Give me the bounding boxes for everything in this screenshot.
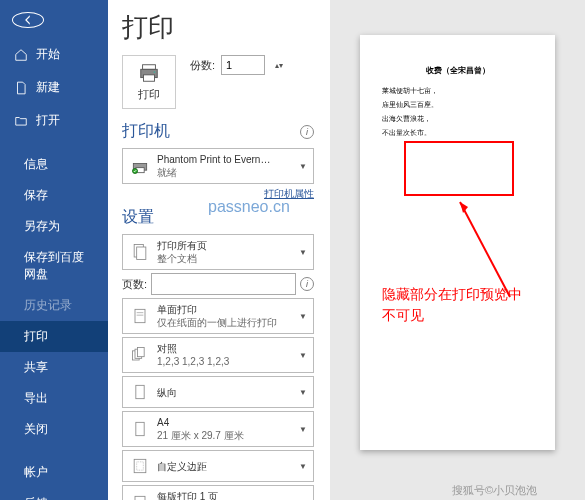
svg-rect-9: [135, 309, 145, 322]
preview-page: 收费（全宋昌曾） 莱城便胡十七亩， 庙里仙风三百座。 出海欠曹浪花， 不出量次长…: [360, 35, 555, 450]
svg-line-20: [460, 202, 510, 297]
svg-rect-15: [136, 385, 144, 398]
chevron-down-icon: ▼: [299, 351, 307, 360]
copies-label: 份数:: [190, 58, 215, 73]
annotation-box: [404, 141, 514, 196]
printer-icon: [138, 62, 160, 84]
chevron-down-icon: ▼: [299, 425, 307, 434]
print-button[interactable]: 打印: [122, 55, 176, 109]
nav-new[interactable]: 新建: [0, 71, 108, 104]
file-icon: [14, 81, 28, 95]
chevron-down-icon: ▼: [299, 462, 307, 471]
svg-rect-14: [138, 348, 145, 357]
collate-icon: [129, 344, 151, 366]
chevron-down-icon: ▼: [299, 162, 307, 171]
nav-share[interactable]: 共享: [0, 352, 108, 383]
svg-marker-21: [460, 202, 468, 213]
nav-new-label: 新建: [36, 79, 60, 96]
single-side-icon: [129, 305, 151, 327]
copies-input[interactable]: [221, 55, 265, 75]
source-credit: 搜狐号©小贝泡泡: [452, 483, 537, 498]
nav-save[interactable]: 保存: [0, 180, 108, 211]
margins-icon: [129, 455, 151, 477]
svg-rect-19: [135, 496, 145, 500]
pages-input[interactable]: [151, 273, 296, 295]
svg-rect-0: [143, 65, 156, 70]
pages-icon: [129, 241, 151, 263]
nav-feedback[interactable]: 反馈: [0, 488, 108, 500]
dd-sides[interactable]: 单面打印仅在纸面的一侧上进行打印 ▼: [122, 298, 314, 334]
pages-per-sheet-icon: [129, 492, 151, 500]
print-preview: 收费（全宋昌曾） 莱城便胡十七亩， 庙里仙风三百座。 出海欠曹浪花， 不出量次长…: [330, 0, 585, 500]
svg-point-3: [154, 71, 156, 73]
dd-pages-per-sheet[interactable]: 每版打印 1 页缩放到 14 厘米 x 20.3… ▼: [122, 485, 314, 500]
nav-open[interactable]: 打开: [0, 104, 108, 137]
home-icon: [14, 48, 28, 62]
dd-pages-range[interactable]: 打印所有页整个文档 ▼: [122, 234, 314, 270]
dd-margins[interactable]: 自定义边距 ▼: [122, 450, 314, 482]
nav-close[interactable]: 关闭: [0, 414, 108, 445]
info-icon[interactable]: i: [300, 125, 314, 139]
dd-paper-size[interactable]: A421 厘米 x 29.7 厘米 ▼: [122, 411, 314, 447]
nav-account[interactable]: 帐户: [0, 457, 108, 488]
chevron-down-icon: ▼: [299, 248, 307, 257]
chevron-down-icon: ▼: [299, 388, 307, 397]
annotation-text: 隐藏部分在打印预览中 不可见: [382, 284, 543, 326]
nav-home-label: 开始: [36, 46, 60, 63]
paper-icon: [129, 418, 151, 440]
svg-rect-16: [136, 422, 144, 435]
svg-rect-17: [134, 459, 146, 472]
nav-home[interactable]: 开始: [0, 38, 108, 71]
dd-collate[interactable]: 对照1,2,3 1,2,3 1,2,3 ▼: [122, 337, 314, 373]
printer-section-title: 打印机: [122, 121, 170, 142]
nav-export[interactable]: 导出: [0, 383, 108, 414]
pages-label: 页数:: [122, 277, 147, 292]
nav-saveas[interactable]: 另存为: [0, 211, 108, 242]
chevron-down-icon: ▼: [299, 312, 307, 321]
nav-info[interactable]: 信息: [0, 149, 108, 180]
printer-device-icon: [129, 155, 151, 177]
svg-rect-2: [144, 75, 155, 81]
folder-icon: [14, 114, 28, 128]
watermark: passneo.cn: [208, 198, 290, 216]
svg-rect-8: [137, 247, 146, 260]
portrait-icon: [129, 381, 151, 403]
back-button[interactable]: [12, 12, 44, 28]
page-title: 打印: [122, 10, 314, 45]
printer-select[interactable]: Phantom Print to Evern…就绪 ▼: [122, 148, 314, 184]
nav-open-label: 打开: [36, 112, 60, 129]
copies-stepper[interactable]: ▴▾: [275, 61, 283, 70]
info-icon[interactable]: i: [300, 277, 314, 291]
settings-section-title: 设置: [122, 207, 154, 228]
dd-orientation[interactable]: 纵向 ▼: [122, 376, 314, 408]
print-button-label: 打印: [138, 87, 160, 102]
nav-baidu[interactable]: 保存到百度网盘: [0, 242, 108, 290]
nav-print[interactable]: 打印: [0, 321, 108, 352]
nav-history[interactable]: 历史记录: [0, 290, 108, 321]
